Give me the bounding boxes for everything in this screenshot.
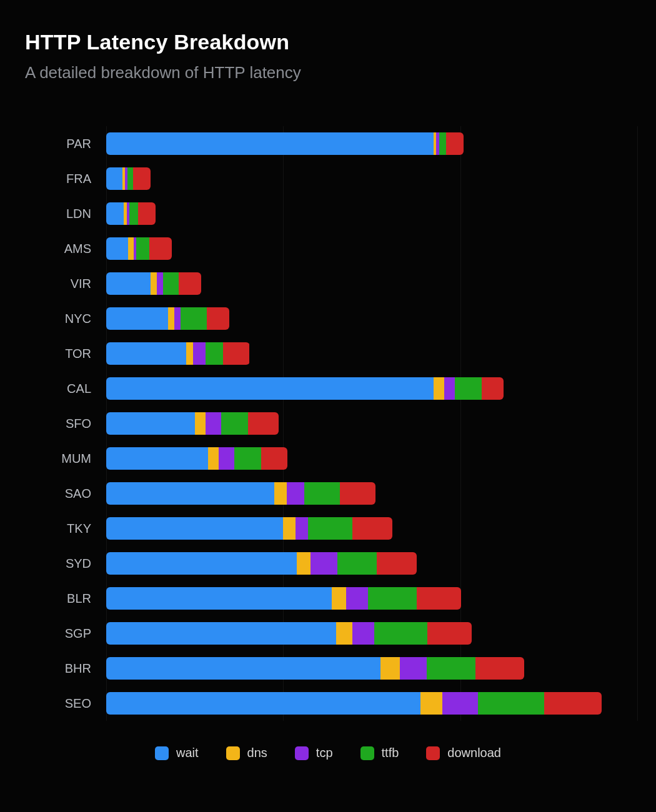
stacked-bar [106, 517, 392, 540]
category-label: TOR [37, 347, 106, 361]
bar-row: SEO [37, 686, 637, 721]
bar-track [106, 622, 637, 645]
stacked-bar [106, 167, 151, 190]
segment-ttfb [308, 517, 352, 540]
segment-ttfb [304, 482, 340, 505]
bar-track [106, 307, 637, 330]
segment-wait [106, 272, 151, 295]
segment-ttfb [127, 167, 133, 190]
bar-track [106, 377, 637, 400]
segment-dns [151, 272, 157, 295]
category-label: BLR [37, 592, 106, 606]
segment-download [138, 202, 156, 225]
segment-download [544, 692, 602, 715]
segment-tcp [157, 272, 163, 295]
legend-label-dns: dns [247, 746, 267, 760]
category-label: LDN [37, 207, 106, 221]
stacked-bar [106, 132, 464, 155]
segment-wait [106, 657, 380, 680]
stacked-bar [106, 377, 504, 400]
stacked-bar [106, 342, 250, 365]
bar-row: VIR [37, 266, 637, 301]
legend-item-ttfb: ttfb [360, 746, 399, 760]
segment-wait [106, 237, 128, 260]
segment-dns [195, 412, 206, 435]
bar-track [106, 552, 637, 575]
legend-item-dns: dns [226, 746, 267, 760]
segment-wait [106, 692, 420, 715]
bar-track [106, 272, 637, 295]
bar-row: SAO [37, 476, 637, 511]
segment-download [149, 237, 171, 260]
bar-track [106, 412, 637, 435]
segment-dns [434, 377, 444, 400]
segment-download [133, 167, 151, 190]
segment-wait [106, 517, 283, 540]
legend-item-tcp: tcp [295, 746, 333, 760]
page-subtitle: A detailed breakdown of HTTP latency [25, 63, 631, 82]
bar-track [106, 342, 637, 365]
bar-track [106, 482, 637, 505]
segment-download [417, 587, 461, 610]
bar-track [106, 447, 637, 470]
swatch-dns [226, 746, 240, 760]
segment-download [179, 272, 201, 295]
segment-tcp [442, 692, 478, 715]
segment-ttfb [221, 412, 248, 435]
segment-ttfb [478, 692, 544, 715]
bar-track [106, 657, 637, 680]
category-label: MUM [37, 452, 106, 466]
stacked-bar [106, 657, 524, 680]
segment-dns [274, 482, 287, 505]
segment-wait [106, 202, 124, 225]
category-label: TKY [37, 522, 106, 536]
segment-download [248, 412, 279, 435]
segment-dns [336, 622, 352, 645]
stacked-bar [106, 552, 417, 575]
segment-ttfb [455, 377, 482, 400]
bar-track [106, 202, 637, 225]
stacked-bar [106, 587, 461, 610]
segment-download [475, 657, 524, 680]
segment-wait [106, 167, 122, 190]
segment-ttfb [368, 587, 417, 610]
segment-tcp [287, 482, 304, 505]
segment-ttfb [206, 342, 223, 365]
segment-tcp [206, 412, 222, 435]
segment-dns [208, 447, 219, 470]
segment-tcp [193, 342, 206, 365]
category-label: AMS [37, 242, 106, 256]
segment-tcp [352, 622, 374, 645]
segment-dns [283, 517, 296, 540]
segment-wait [106, 552, 297, 575]
bar-row: MUM [37, 441, 637, 476]
bar-row: TKY [37, 511, 637, 546]
segment-dns [168, 307, 174, 330]
legend-item-download: download [426, 746, 501, 760]
segment-tcp [346, 587, 368, 610]
chart-panel: HTTP Latency Breakdown A detailed breakd… [0, 0, 656, 812]
stacked-bar [106, 272, 201, 295]
swatch-wait [155, 746, 169, 760]
bar-row: TOR [37, 336, 637, 371]
segment-ttfb [337, 552, 377, 575]
segment-wait [106, 132, 434, 155]
bar-track [106, 517, 637, 540]
bar-row: SGP [37, 616, 637, 651]
segment-wait [106, 447, 208, 470]
category-label: SEO [37, 696, 106, 711]
category-label: CAL [37, 382, 106, 396]
segment-ttfb [374, 622, 427, 645]
segment-wait [106, 412, 195, 435]
segment-tcp [296, 517, 308, 540]
segment-ttfb [427, 657, 475, 680]
segment-download [261, 447, 288, 470]
category-label: SYD [37, 557, 106, 571]
segment-download [482, 377, 504, 400]
segment-download [427, 622, 472, 645]
stacked-bar [106, 307, 229, 330]
segment-wait [106, 342, 186, 365]
segment-ttfb [136, 237, 149, 260]
segment-dns [297, 552, 311, 575]
bar-track [106, 132, 637, 155]
